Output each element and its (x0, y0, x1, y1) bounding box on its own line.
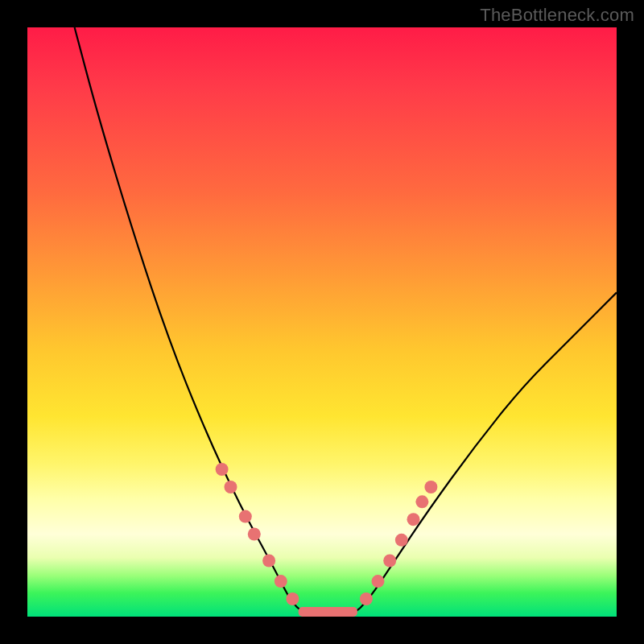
data-marker (275, 575, 287, 588)
data-marker (216, 463, 229, 476)
watermark-label: TheBottleneck.com (480, 5, 634, 26)
data-marker (225, 481, 237, 493)
data-marker (248, 528, 261, 541)
data-marker (239, 510, 252, 523)
data-marker (262, 555, 275, 568)
data-marker (383, 555, 396, 568)
data-marker (360, 592, 373, 605)
plot-area (27, 27, 617, 617)
bottleneck-curve (27, 27, 617, 617)
data-marker (407, 513, 420, 526)
chart-frame: TheBottleneck.com (0, 0, 644, 644)
data-marker (286, 592, 299, 605)
data-marker (372, 575, 385, 588)
data-marker (424, 481, 437, 493)
data-marker (395, 534, 408, 547)
data-marker (415, 495, 428, 508)
svg-rect-0 (299, 607, 357, 617)
